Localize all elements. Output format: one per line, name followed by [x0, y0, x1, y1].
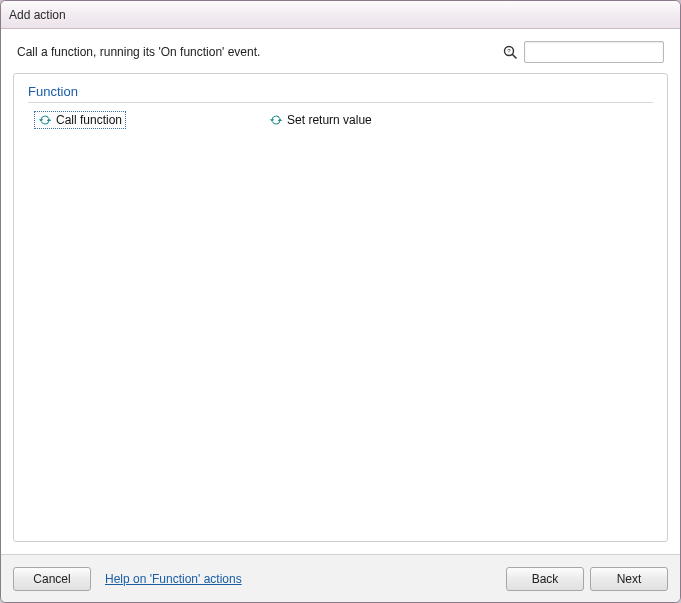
titlebar[interactable]: Add action — [1, 1, 680, 29]
next-button[interactable]: Next — [590, 567, 668, 591]
actions-grid: Call function Set return value — [28, 111, 653, 129]
svg-text:?: ? — [507, 48, 511, 54]
search-wrap: ? — [502, 41, 664, 63]
search-input[interactable] — [524, 41, 664, 63]
action-set-return-value[interactable]: Set return value — [266, 111, 375, 129]
window-title: Add action — [9, 8, 66, 22]
footer: Cancel Help on 'Function' actions Back N… — [1, 554, 680, 602]
action-call-function[interactable]: Call function — [34, 111, 126, 129]
description-row: Call a function, running its 'On functio… — [13, 41, 668, 63]
help-link[interactable]: Help on 'Function' actions — [105, 572, 242, 586]
refresh-icon — [38, 113, 52, 127]
dialog-window: Add action Call a function, running its … — [0, 0, 681, 603]
cancel-button[interactable]: Cancel — [13, 567, 91, 591]
search-icon: ? — [502, 44, 518, 60]
footer-left: Cancel Help on 'Function' actions — [13, 567, 242, 591]
group-header: Function — [28, 84, 653, 103]
action-label: Call function — [56, 113, 122, 127]
actions-panel: Function Call function — [13, 73, 668, 542]
svg-line-1 — [513, 55, 517, 59]
refresh-icon — [269, 113, 283, 127]
action-description: Call a function, running its 'On functio… — [17, 45, 260, 59]
footer-right: Back Next — [506, 567, 668, 591]
back-button[interactable]: Back — [506, 567, 584, 591]
content-area: Call a function, running its 'On functio… — [1, 29, 680, 554]
action-label: Set return value — [287, 113, 372, 127]
